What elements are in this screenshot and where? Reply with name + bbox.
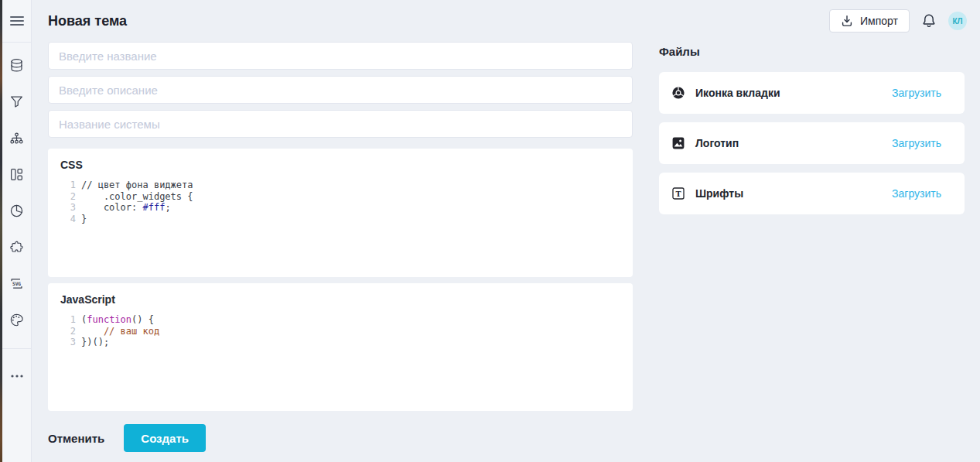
footer-actions: Отменить Создать <box>48 424 633 452</box>
menu-icon <box>10 15 24 26</box>
theme-description-input[interactable] <box>48 76 633 104</box>
css-editor-panel: CSS 1// цвет фона виджета2 .color_widget… <box>48 149 633 277</box>
theme-name-input[interactable] <box>48 42 633 70</box>
browser-tab-icon <box>671 86 685 100</box>
sidebar-item-charts[interactable] <box>2 193 31 229</box>
line-number: 2 <box>60 191 76 203</box>
pie-chart-icon <box>9 204 24 218</box>
cancel-button[interactable]: Отменить <box>48 432 104 445</box>
system-name-input[interactable] <box>48 110 633 138</box>
import-button-label: Импорт <box>860 15 898 27</box>
line-number: 3 <box>60 202 76 214</box>
file-label: Логотип <box>695 137 739 149</box>
sidebar-item-more[interactable] <box>2 349 31 403</box>
menu-toggle-button[interactable] <box>2 0 31 43</box>
window-edge <box>0 0 2 462</box>
line-number: 4 <box>60 214 76 225</box>
notifications-button[interactable] <box>921 13 937 29</box>
page-title: Новая тема <box>48 13 127 29</box>
sidebar-item-dashboard[interactable] <box>2 156 31 193</box>
line-number: 2 <box>60 326 76 337</box>
file-label: Иконка вкладки <box>695 87 780 99</box>
import-icon <box>841 15 853 27</box>
upload-logo-link[interactable]: Загрузить <box>892 137 941 149</box>
js-code-area[interactable]: 1(function() {2 // ваш код3})(); <box>60 314 620 348</box>
import-button[interactable]: Импорт <box>829 9 910 33</box>
line-number: 1 <box>60 314 76 326</box>
code-line: 2 .color_widgets { <box>60 191 620 203</box>
theme-form: CSS 1// цвет фона виджета2 .color_widget… <box>48 42 633 452</box>
files-panel-title: Файлы <box>659 45 965 58</box>
upload-fonts-link[interactable]: Загрузить <box>892 187 941 200</box>
sidebar-item-data[interactable] <box>2 47 31 84</box>
avatar[interactable]: КЛ <box>948 12 967 30</box>
sitemap-icon <box>9 132 24 145</box>
sidebar-item-widgets[interactable] <box>2 229 31 265</box>
sidebar-item-structure[interactable] <box>2 120 31 156</box>
upload-tab-icon-link[interactable]: Загрузить <box>892 87 941 99</box>
js-editor-panel: JavaScript 1(function() {2 // ваш код3})… <box>48 283 633 411</box>
svg-text:SVG: SVG <box>12 281 21 286</box>
database-icon <box>9 58 24 73</box>
sidebar: SVG <box>2 0 32 462</box>
sidebar-item-svg[interactable]: SVG <box>2 265 31 302</box>
css-editor-title: CSS <box>60 159 620 171</box>
file-card-logo: Логотип Загрузить <box>659 122 965 164</box>
topbar: Новая тема Импорт КЛ <box>32 0 980 42</box>
css-code-area[interactable]: 1// цвет фона виджета2 .color_widgets {3… <box>60 180 620 224</box>
code-line: 3})(); <box>60 337 620 348</box>
palette-icon <box>9 313 24 327</box>
create-button[interactable]: Создать <box>124 424 206 452</box>
content: CSS 1// цвет фона виджета2 .color_widget… <box>32 42 980 452</box>
code-line: 4} <box>60 214 620 225</box>
dashboard-icon <box>9 167 24 182</box>
puzzle-icon <box>9 240 24 255</box>
sidebar-item-theme[interactable] <box>2 302 31 338</box>
svg-text:T: T <box>675 190 681 198</box>
sidebar-nav: SVG <box>2 43 31 338</box>
code-line: 1(function() { <box>60 314 620 326</box>
line-number: 1 <box>60 180 76 191</box>
more-icon <box>10 374 24 378</box>
main-area: Новая тема Импорт КЛ <box>32 0 980 462</box>
file-card-fonts: T Шрифты Загрузить <box>659 173 965 214</box>
file-card-tab-icon: Иконка вкладки Загрузить <box>659 72 965 114</box>
image-icon <box>671 136 685 150</box>
sidebar-item-filters[interactable] <box>2 84 31 120</box>
js-editor-title: JavaScript <box>60 293 620 306</box>
code-line: 1// цвет фона виджета <box>60 180 620 191</box>
filter-icon <box>9 94 24 109</box>
code-line: 2 // ваш код <box>60 326 620 337</box>
code-line: 3 color: #fff; <box>60 202 620 214</box>
font-icon: T <box>671 187 685 200</box>
topbar-actions: Импорт КЛ <box>829 9 967 33</box>
file-label: Шрифты <box>695 187 743 200</box>
bell-icon <box>921 13 937 29</box>
files-panel: Файлы Иконка вкладки Загрузить <box>659 42 965 452</box>
line-number: 3 <box>60 337 76 348</box>
svg-icon: SVG <box>9 276 24 291</box>
